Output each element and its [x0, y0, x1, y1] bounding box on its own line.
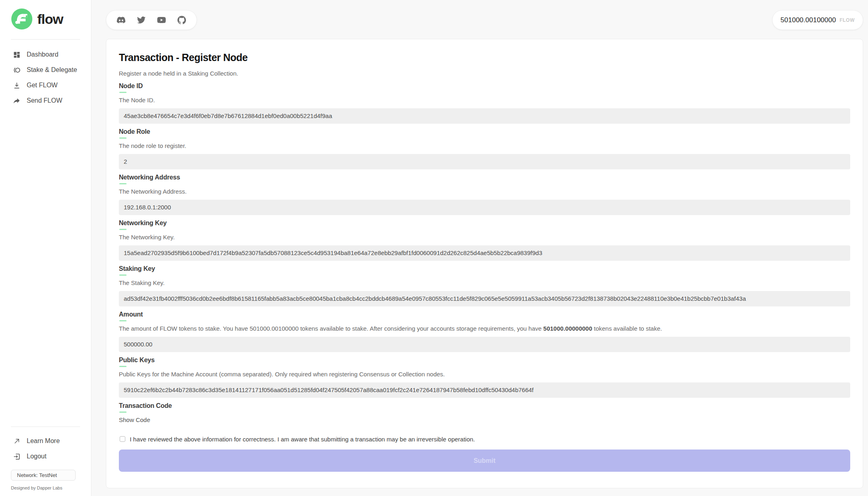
networking-key-input[interactable]: 15a5ead2702935d5f9b6100bed7d172f4b9a5230…: [119, 245, 850, 261]
sidebar-footer: Learn More Logout Network: TestNet Desig…: [0, 417, 91, 496]
sidebar-item-label: Dashboard: [27, 51, 58, 58]
page-subtitle: Register a node held in a Staking Collec…: [119, 69, 850, 78]
sidebar-item-logout[interactable]: Logout: [0, 449, 91, 464]
sidebar-item-send-flow[interactable]: Send FLOW: [0, 93, 91, 108]
sidebar-divider: [11, 39, 80, 40]
flow-logo-icon: [11, 8, 32, 30]
logout-icon: [12, 452, 21, 461]
node-role-input[interactable]: 2: [119, 154, 850, 169]
field-description: The Node ID.: [119, 96, 850, 105]
label-accent-bar: [119, 366, 127, 367]
node-id-input[interactable]: 45ae3cb8e476654c7e3d4f6f0eb7d8e7b6761288…: [119, 108, 850, 124]
sidebar: flow Dashboard Stake & Delegate Get FLOW: [0, 0, 91, 496]
transaction-card: Transaction - Register Node Register a n…: [106, 39, 863, 488]
sidebar-nav: Dashboard Stake & Delegate Get FLOW Send…: [0, 47, 91, 108]
public-keys-input[interactable]: 5910c22ef6b2c2b44b7283c86c3d35e181411271…: [119, 382, 850, 398]
sidebar-item-get-flow[interactable]: Get FLOW: [0, 78, 91, 93]
external-link-icon: [12, 437, 21, 445]
github-icon[interactable]: [177, 16, 186, 24]
network-badge: Network: TestNet: [11, 470, 76, 481]
field-networking-key: Networking Key The Networking Key. 15a5e…: [119, 219, 850, 261]
sidebar-item-label: Get FLOW: [27, 82, 57, 89]
sidebar-footer-divider: [11, 426, 80, 427]
discord-icon[interactable]: [117, 16, 125, 24]
sidebar-item-label: Stake & Delegate: [27, 66, 77, 74]
label-accent-bar: [119, 412, 127, 413]
staking-key-input[interactable]: ad53df42e31fb4002fff5036cd0b2ee6bdf8b615…: [119, 291, 850, 306]
field-node-role: Node Role The node role to register. 2: [119, 127, 850, 169]
field-label: Transaction Code: [119, 401, 850, 410]
sidebar-item-label: Logout: [27, 453, 46, 460]
field-label: Networking Key: [119, 219, 850, 228]
sidebar-item-label: Send FLOW: [27, 97, 62, 104]
field-node-id: Node ID The Node ID. 45ae3cb8e476654c7e3…: [119, 82, 850, 124]
show-code-toggle[interactable]: Show Code: [119, 416, 850, 424]
youtube-icon[interactable]: [157, 16, 166, 24]
main-area: 501000.00100000 FLOW Transaction - Regis…: [91, 0, 868, 496]
field-networking-address: Networking Address The Networking Addres…: [119, 173, 850, 215]
account-balance: 501000.00100000 FLOW: [772, 10, 863, 30]
flow-wordmark: flow: [37, 11, 63, 27]
field-description: Public Keys for the Machine Account (com…: [119, 370, 850, 379]
submit-button[interactable]: Submit: [119, 450, 850, 472]
dashboard-icon: [12, 50, 21, 59]
field-description: The node role to register.: [119, 141, 850, 150]
field-label: Public Keys: [119, 356, 850, 365]
label-accent-bar: [119, 92, 127, 93]
download-icon: [12, 81, 21, 90]
label-accent-bar: [119, 229, 127, 230]
field-label: Amount: [119, 310, 850, 319]
balance-currency: FLOW: [840, 17, 855, 23]
transaction-code-section: Transaction Code Show Code: [119, 401, 850, 424]
field-label: Staking Key: [119, 264, 850, 273]
label-accent-bar: [119, 320, 127, 321]
label-accent-bar: [119, 183, 127, 184]
page-title: Transaction - Register Node: [119, 51, 850, 63]
stake-delegate-icon: [12, 65, 21, 74]
field-public-keys: Public Keys Public Keys for the Machine …: [119, 356, 850, 398]
credit-text: Designed by Dapper Labs: [11, 485, 91, 490]
available-balance-emphasis: 501000.00000000: [543, 325, 592, 332]
flow-logo[interactable]: flow: [0, 0, 91, 30]
networking-address-input[interactable]: 192.168.0.1:2000: [119, 200, 850, 215]
sidebar-item-dashboard[interactable]: Dashboard: [0, 47, 91, 62]
field-label: Node ID: [119, 82, 850, 91]
balance-amount: 501000.00100000: [781, 16, 836, 24]
sidebar-item-stake-delegate[interactable]: Stake & Delegate: [0, 62, 91, 78]
social-links: [106, 10, 197, 30]
confirmation-row: I have reviewed the above information fo…: [120, 435, 850, 444]
sidebar-item-label: Learn More: [27, 437, 60, 445]
field-description: The Networking Key.: [119, 233, 850, 242]
send-icon: [12, 96, 21, 105]
field-label: Networking Address: [119, 173, 850, 182]
confirmation-text: I have reviewed the above information fo…: [130, 435, 475, 444]
label-accent-bar: [119, 137, 127, 139]
field-description: The Networking Address.: [119, 187, 850, 196]
field-label: Node Role: [119, 127, 850, 136]
field-description: The amount of FLOW tokens to stake. You …: [119, 324, 850, 333]
label-accent-bar: [119, 274, 127, 276]
twitter-icon[interactable]: [137, 16, 146, 24]
amount-input[interactable]: 500000.00: [119, 337, 850, 352]
confirmation-checkbox[interactable]: [120, 436, 125, 442]
field-description: The Staking Key.: [119, 279, 850, 287]
sidebar-item-learn-more[interactable]: Learn More: [0, 433, 91, 449]
topbar: 501000.00100000 FLOW: [106, 10, 863, 30]
field-staking-key: Staking Key The Staking Key. ad53df42e31…: [119, 264, 850, 306]
field-amount: Amount The amount of FLOW tokens to stak…: [119, 310, 850, 352]
